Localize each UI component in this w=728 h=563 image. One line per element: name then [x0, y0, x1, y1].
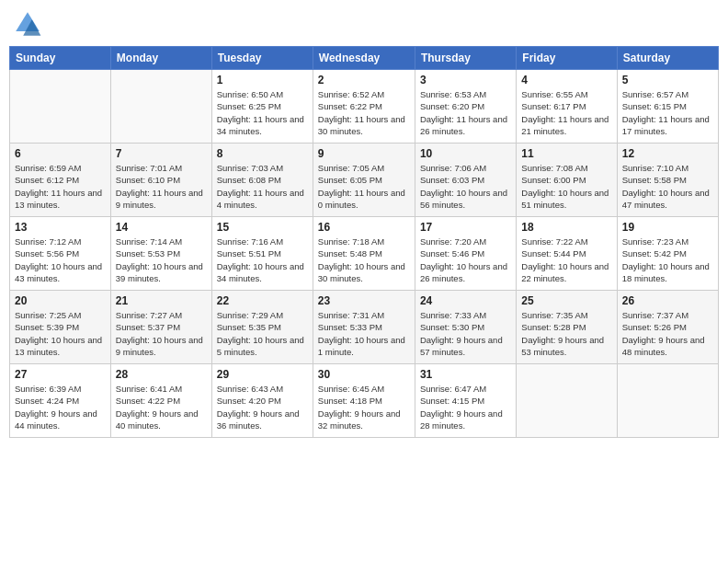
- day-number: 1: [217, 74, 308, 86]
- day-info: Sunrise: 6:57 AM Sunset: 6:15 PM Dayligh…: [622, 88, 713, 137]
- day-number: 4: [521, 74, 611, 86]
- day-info: Sunrise: 6:50 AM Sunset: 6:25 PM Dayligh…: [217, 88, 308, 137]
- calendar-cell: 10Sunrise: 7:06 AM Sunset: 6:03 PM Dayli…: [415, 144, 516, 217]
- day-info: Sunrise: 7:14 AM Sunset: 5:53 PM Dayligh…: [116, 236, 207, 284]
- calendar-cell: 25Sunrise: 7:35 AM Sunset: 5:28 PM Dayli…: [517, 291, 617, 364]
- day-number: 18: [521, 221, 611, 234]
- day-info: Sunrise: 7:18 AM Sunset: 5:48 PM Dayligh…: [318, 236, 410, 284]
- calendar-table: SundayMondayTuesdayWednesdayThursdayFrid…: [9, 46, 719, 438]
- calendar-week-5: 27Sunrise: 6:39 AM Sunset: 4:24 PM Dayli…: [10, 364, 719, 438]
- day-info: Sunrise: 6:47 AM Sunset: 4:15 PM Dayligh…: [420, 383, 511, 431]
- calendar-cell: 23Sunrise: 7:31 AM Sunset: 5:33 PM Dayli…: [313, 291, 415, 364]
- day-info: Sunrise: 6:43 AM Sunset: 4:20 PM Dayligh…: [217, 383, 308, 431]
- day-info: Sunrise: 6:55 AM Sunset: 6:17 PM Dayligh…: [521, 88, 611, 137]
- calendar-cell: 20Sunrise: 7:25 AM Sunset: 5:39 PM Dayli…: [10, 291, 111, 364]
- day-info: Sunrise: 7:23 AM Sunset: 5:42 PM Dayligh…: [622, 236, 713, 284]
- day-info: Sunrise: 7:12 AM Sunset: 5:56 PM Dayligh…: [15, 236, 106, 284]
- day-number: 19: [622, 221, 713, 234]
- day-number: 22: [217, 294, 308, 307]
- day-info: Sunrise: 7:16 AM Sunset: 5:51 PM Dayligh…: [217, 236, 308, 284]
- day-number: 30: [318, 368, 410, 381]
- day-info: Sunrise: 6:59 AM Sunset: 6:12 PM Dayligh…: [15, 162, 106, 211]
- day-number: 14: [116, 221, 207, 234]
- day-number: 3: [420, 74, 511, 86]
- calendar-cell: 22Sunrise: 7:29 AM Sunset: 5:35 PM Dayli…: [211, 291, 313, 364]
- day-number: 17: [420, 221, 511, 234]
- day-header-tuesday: Tuesday: [211, 47, 313, 70]
- day-number: 16: [318, 221, 410, 234]
- calendar-week-1: 1Sunrise: 6:50 AM Sunset: 6:25 PM Daylig…: [10, 70, 719, 144]
- calendar-week-2: 6Sunrise: 6:59 AM Sunset: 6:12 PM Daylig…: [10, 144, 719, 217]
- calendar-cell: 21Sunrise: 7:27 AM Sunset: 5:37 PM Dayli…: [110, 291, 211, 364]
- calendar-cell: 26Sunrise: 7:37 AM Sunset: 5:26 PM Dayli…: [617, 291, 718, 364]
- calendar-cell: 12Sunrise: 7:10 AM Sunset: 5:58 PM Dayli…: [617, 144, 718, 217]
- day-number: 21: [116, 294, 207, 307]
- calendar-cell: 14Sunrise: 7:14 AM Sunset: 5:53 PM Dayli…: [110, 217, 211, 291]
- calendar-cell: [10, 70, 111, 144]
- day-info: Sunrise: 7:01 AM Sunset: 6:10 PM Dayligh…: [116, 162, 207, 211]
- calendar-cell: 19Sunrise: 7:23 AM Sunset: 5:42 PM Dayli…: [617, 217, 718, 291]
- calendar-cell: 11Sunrise: 7:08 AM Sunset: 6:00 PM Dayli…: [517, 144, 617, 217]
- day-info: Sunrise: 7:20 AM Sunset: 5:46 PM Dayligh…: [420, 236, 511, 284]
- day-number: 8: [217, 147, 308, 160]
- day-number: 10: [420, 147, 511, 160]
- header-row: SundayMondayTuesdayWednesdayThursdayFrid…: [10, 47, 719, 70]
- calendar-cell: 29Sunrise: 6:43 AM Sunset: 4:20 PM Dayli…: [211, 364, 313, 438]
- day-info: Sunrise: 6:41 AM Sunset: 4:22 PM Dayligh…: [116, 383, 207, 431]
- calendar-cell: 18Sunrise: 7:22 AM Sunset: 5:44 PM Dayli…: [517, 217, 617, 291]
- calendar-cell: 15Sunrise: 7:16 AM Sunset: 5:51 PM Dayli…: [211, 217, 313, 291]
- calendar-cell: 17Sunrise: 7:20 AM Sunset: 5:46 PM Dayli…: [415, 217, 516, 291]
- day-info: Sunrise: 6:39 AM Sunset: 4:24 PM Dayligh…: [15, 383, 106, 431]
- day-info: Sunrise: 7:22 AM Sunset: 5:44 PM Dayligh…: [521, 236, 611, 284]
- day-info: Sunrise: 7:27 AM Sunset: 5:37 PM Dayligh…: [116, 309, 207, 358]
- calendar-cell: 24Sunrise: 7:33 AM Sunset: 5:30 PM Dayli…: [415, 291, 516, 364]
- calendar-cell: [110, 70, 211, 144]
- day-number: 25: [521, 294, 611, 307]
- day-info: Sunrise: 7:10 AM Sunset: 5:58 PM Dayligh…: [622, 162, 713, 211]
- day-header-thursday: Thursday: [415, 47, 516, 70]
- day-number: 20: [15, 294, 106, 307]
- calendar-cell: 6Sunrise: 6:59 AM Sunset: 6:12 PM Daylig…: [10, 144, 111, 217]
- day-number: 9: [318, 147, 410, 160]
- day-info: Sunrise: 7:03 AM Sunset: 6:08 PM Dayligh…: [217, 162, 308, 211]
- logo-icon: [13, 9, 42, 39]
- calendar-body: 1Sunrise: 6:50 AM Sunset: 6:25 PM Daylig…: [10, 70, 719, 438]
- day-info: Sunrise: 7:06 AM Sunset: 6:03 PM Dayligh…: [420, 162, 511, 211]
- day-info: Sunrise: 7:35 AM Sunset: 5:28 PM Dayligh…: [521, 309, 611, 358]
- day-number: 5: [622, 74, 713, 86]
- calendar-cell: 7Sunrise: 7:01 AM Sunset: 6:10 PM Daylig…: [110, 144, 211, 217]
- day-number: 13: [15, 221, 106, 234]
- calendar-cell: 9Sunrise: 7:05 AM Sunset: 6:05 PM Daylig…: [313, 144, 415, 217]
- day-header-wednesday: Wednesday: [313, 47, 415, 70]
- calendar-week-3: 13Sunrise: 7:12 AM Sunset: 5:56 PM Dayli…: [10, 217, 719, 291]
- logo: [13, 9, 46, 39]
- calendar-cell: 4Sunrise: 6:55 AM Sunset: 6:17 PM Daylig…: [517, 70, 617, 144]
- calendar-cell: 8Sunrise: 7:03 AM Sunset: 6:08 PM Daylig…: [211, 144, 313, 217]
- day-info: Sunrise: 6:52 AM Sunset: 6:22 PM Dayligh…: [318, 88, 410, 137]
- day-info: Sunrise: 7:25 AM Sunset: 5:39 PM Dayligh…: [15, 309, 106, 358]
- calendar-cell: 13Sunrise: 7:12 AM Sunset: 5:56 PM Dayli…: [10, 217, 111, 291]
- day-header-monday: Monday: [110, 47, 211, 70]
- day-number: 24: [420, 294, 511, 307]
- calendar-cell: 28Sunrise: 6:41 AM Sunset: 4:22 PM Dayli…: [110, 364, 211, 438]
- page-header: [9, 9, 719, 39]
- day-info: Sunrise: 6:53 AM Sunset: 6:20 PM Dayligh…: [420, 88, 511, 137]
- day-number: 23: [318, 294, 410, 307]
- day-number: 2: [318, 74, 410, 86]
- calendar-cell: 3Sunrise: 6:53 AM Sunset: 6:20 PM Daylig…: [415, 70, 516, 144]
- day-header-saturday: Saturday: [617, 47, 718, 70]
- calendar-cell: 16Sunrise: 7:18 AM Sunset: 5:48 PM Dayli…: [313, 217, 415, 291]
- day-number: 11: [521, 147, 611, 160]
- day-info: Sunrise: 7:08 AM Sunset: 6:00 PM Dayligh…: [521, 162, 611, 211]
- calendar-cell: 5Sunrise: 6:57 AM Sunset: 6:15 PM Daylig…: [617, 70, 718, 144]
- day-info: Sunrise: 6:45 AM Sunset: 4:18 PM Dayligh…: [318, 383, 410, 431]
- day-header-sunday: Sunday: [10, 47, 111, 70]
- day-number: 28: [116, 368, 207, 381]
- day-number: 27: [15, 368, 106, 381]
- day-number: 31: [420, 368, 511, 381]
- day-header-friday: Friday: [517, 47, 617, 70]
- day-number: 6: [15, 147, 106, 160]
- calendar-cell: 1Sunrise: 6:50 AM Sunset: 6:25 PM Daylig…: [211, 70, 313, 144]
- day-number: 29: [217, 368, 308, 381]
- day-number: 12: [622, 147, 713, 160]
